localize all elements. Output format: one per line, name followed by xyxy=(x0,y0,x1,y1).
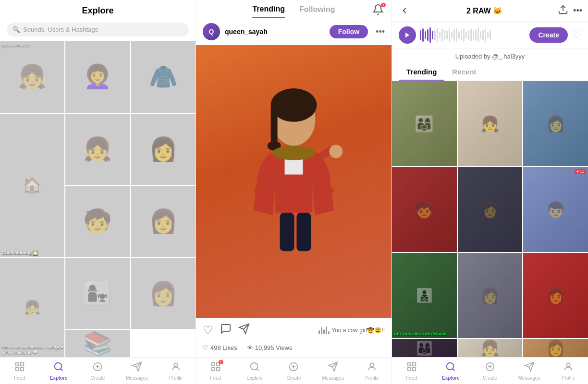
right-thumb-8[interactable]: 👩 xyxy=(458,253,523,338)
nav-feed-right[interactable]: Feed xyxy=(400,361,424,381)
upload-icon[interactable] xyxy=(558,4,568,17)
right-thumb-10[interactable]: 👨‍👩‍👦 xyxy=(392,339,457,357)
panel-audio: 2 RAW 🐱 ••• xyxy=(392,0,588,384)
notif-badge: 1 xyxy=(381,3,386,7)
explore-thumb-11[interactable]: 👩 xyxy=(131,258,196,330)
nav-explore-right[interactable]: Explore xyxy=(439,361,463,381)
right-video-grid: 👨‍👩‍👧 👧 👩 🧒 👩 👦 ♥ 11 👨‍👦‍👦 xyxy=(392,81,588,357)
svg-point-4 xyxy=(55,362,62,370)
nav-label-profile-right: Profile xyxy=(562,375,575,381)
profile-icon-left xyxy=(171,361,181,374)
waveform-bar xyxy=(461,30,462,40)
explore-thumb-5[interactable]: 👧 xyxy=(65,114,130,185)
tab-trending[interactable]: Trending xyxy=(252,5,285,18)
right-thumb-2[interactable]: 👧 xyxy=(458,81,523,166)
comment-icon[interactable] xyxy=(220,323,232,337)
nav-messages-right[interactable]: Messages xyxy=(517,361,541,381)
nav-feed-mid[interactable]: 1 Feed xyxy=(204,361,228,381)
bar4 xyxy=(326,326,327,334)
heart-button[interactable]: ♡ xyxy=(572,29,581,41)
explore-thumb-7[interactable]: 🧒 xyxy=(65,186,130,257)
post-stats: ♡ 498 Likes 👁 10,995 Views xyxy=(196,342,392,357)
right-top-bar: 2 RAW 🐱 ••• xyxy=(392,0,588,22)
right-thumb-7[interactable]: 👨‍👦‍👦 GET OUR LIKES UP PLEASE xyxy=(392,253,457,338)
tab-following[interactable]: Following xyxy=(299,5,335,18)
waveform-bar xyxy=(490,30,491,40)
right-tab-recent[interactable]: Recent xyxy=(444,64,484,81)
nav-explore-left[interactable]: Explore xyxy=(47,361,71,381)
post-header: Q queen_sayah Follow ••• xyxy=(196,18,392,45)
nav-profile-right[interactable]: Profile xyxy=(556,361,580,381)
search-bar[interactable]: 🔍 Sounds, Users & Hashtags xyxy=(7,23,189,36)
nav-label-messages-mid: Messages xyxy=(322,375,344,381)
explore-thumb-12[interactable]: 📚 xyxy=(65,330,130,357)
nav-create-left[interactable]: Create xyxy=(86,361,110,381)
like-icon[interactable]: ♡ xyxy=(203,324,213,337)
waveform-bar xyxy=(432,31,433,39)
svg-point-38 xyxy=(567,363,570,366)
explore-thumb-8[interactable]: 👩 xyxy=(131,186,196,257)
nav-label-feed-left: Feed xyxy=(14,375,25,381)
messages-icon-left xyxy=(132,361,142,374)
feed-badge-mid: 1 xyxy=(219,360,223,364)
follow-button[interactable]: Follow xyxy=(330,25,368,38)
right-thumb-1[interactable]: 👨‍👩‍👧 xyxy=(392,81,457,166)
explore-thumb-9[interactable]: 👧 This is so sad but also... But Q&A in … xyxy=(0,258,64,358)
right-bottom-nav: Feed Explore Create Messages xyxy=(392,357,588,384)
right-thumb-12[interactable]: 👩 xyxy=(523,339,588,357)
feed-tabs: Trending Following 1 xyxy=(196,0,392,18)
video-container xyxy=(196,45,392,318)
notification-icon[interactable]: 1 xyxy=(372,4,384,18)
nav-label-feed-right: Feed xyxy=(406,375,417,381)
nav-label-explore-mid: Explore xyxy=(246,375,263,381)
bar2 xyxy=(321,327,322,334)
explore-thumb-4[interactable]: 🏠 Good morning 🌅 xyxy=(0,114,64,257)
explore-thumb-2[interactable]: 👩‍🦱 xyxy=(65,41,130,113)
nav-label-messages-right: Messages xyxy=(518,375,540,381)
feed-icon-right xyxy=(406,361,417,374)
waveform-bar xyxy=(485,28,486,42)
explore-thumb-1[interactable]: 👧 @camerona111 xyxy=(0,41,64,113)
nav-profile-mid[interactable]: Profile xyxy=(360,361,384,381)
nav-messages-left[interactable]: Messages xyxy=(125,361,149,381)
svg-point-16 xyxy=(329,145,343,158)
explore-thumb-3[interactable]: 🧥 xyxy=(131,41,196,113)
right-thumb-9[interactable]: 👩 xyxy=(523,253,588,338)
nav-create-mid[interactable]: Create xyxy=(282,361,306,381)
right-thumb-6[interactable]: 👦 ♥ 11 xyxy=(523,167,588,252)
more-options-button[interactable]: ••• xyxy=(376,27,385,37)
video-content xyxy=(196,45,392,318)
explore-thumb-6[interactable]: 👩 xyxy=(131,114,196,185)
nav-profile-left[interactable]: Profile xyxy=(164,361,188,381)
back-button[interactable] xyxy=(398,4,411,17)
nav-messages-mid[interactable]: Messages xyxy=(321,361,345,381)
nav-label-create-mid: Create xyxy=(286,375,301,381)
right-icons: ••• xyxy=(558,4,582,17)
waveform-bar xyxy=(441,29,443,41)
play-button[interactable] xyxy=(399,26,416,44)
waveform-bar xyxy=(473,31,474,39)
feed-icon-mid: 1 xyxy=(210,361,221,374)
create-icon-right xyxy=(485,361,495,374)
explore-thumb-10[interactable]: 👩‍👧 xyxy=(65,258,130,330)
right-thumb-4[interactable]: 🧒 xyxy=(392,167,457,252)
nav-explore-mid[interactable]: Explore xyxy=(243,361,267,381)
more-icon[interactable]: ••• xyxy=(573,6,582,16)
right-thumb-11[interactable]: 👧 xyxy=(458,339,523,357)
nav-label-create-left: Create xyxy=(90,375,105,381)
nav-create-right[interactable]: Create xyxy=(478,361,502,381)
share-icon[interactable] xyxy=(238,323,250,337)
svg-rect-21 xyxy=(211,367,214,370)
cell-badge-6: ♥ 11 xyxy=(575,169,586,174)
right-thumb-5[interactable]: 👩 xyxy=(458,167,523,252)
svg-point-10 xyxy=(271,88,317,122)
nav-feed-left[interactable]: Feed xyxy=(8,361,32,381)
create-button[interactable]: Create xyxy=(529,27,568,43)
svg-rect-3 xyxy=(21,367,24,370)
right-thumb-3[interactable]: 👩 xyxy=(523,81,588,166)
waveform xyxy=(420,26,526,44)
right-tab-trending[interactable]: Trending xyxy=(399,64,444,81)
nav-label-create-right: Create xyxy=(483,375,497,381)
views-count: 10,995 Views xyxy=(255,344,293,351)
waveform-bar xyxy=(458,31,460,39)
